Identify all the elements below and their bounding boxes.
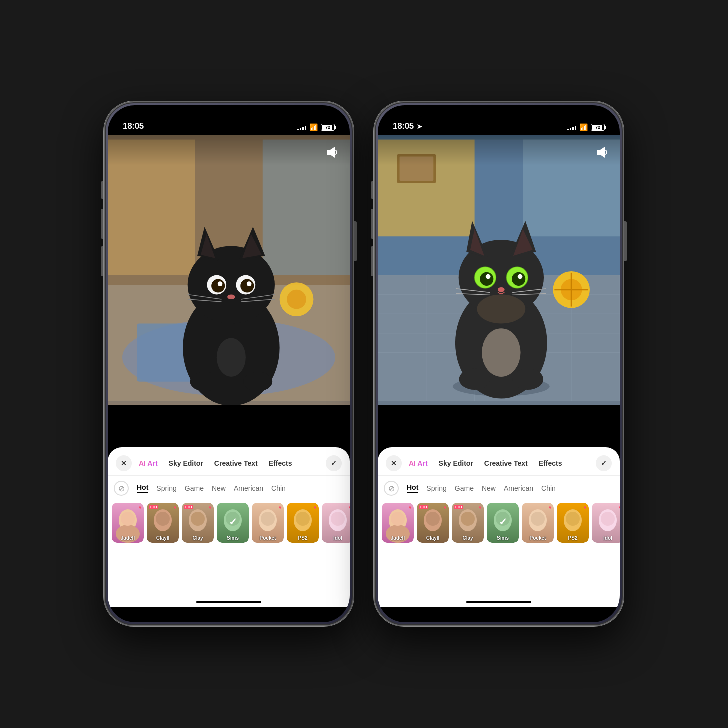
svg-point-26	[244, 372, 272, 392]
filter-no-icon-left[interactable]: ⊘	[114, 481, 129, 496]
thumb-clay-left[interactable]: LTO ♥ Clay	[182, 503, 214, 543]
filter-row-right: ⊘ Hot Spring Game New American Chin	[378, 476, 620, 501]
svg-point-92	[512, 369, 544, 390]
svg-point-104	[461, 512, 475, 526]
tab-sky-editor-right[interactable]: Sky Editor	[435, 458, 478, 470]
thumb-pocket-left[interactable]: ♥ Pocket	[252, 503, 284, 543]
status-icons-left: 📶 72	[298, 124, 335, 132]
signal-bar-2	[300, 128, 302, 130]
thumb-clayii-label-right: ClayII	[417, 536, 449, 541]
thumb-sims-label-right: Sims	[487, 536, 519, 541]
thumb-clayii-heart-right: ♥	[444, 505, 447, 510]
thumb-pocket-heart-right: ♥	[549, 505, 552, 510]
close-icon-right: ✕	[391, 460, 397, 468]
mute-button-left[interactable]	[101, 182, 104, 199]
thumb-pocket-label-left: Pocket	[252, 536, 284, 541]
dynamic-island-left	[199, 112, 259, 130]
signal-left	[298, 124, 306, 130]
thumb-clayii-right[interactable]: LTO ♥ ClayII	[417, 503, 449, 543]
mute-button-right[interactable]	[371, 182, 374, 199]
signal-bar-r1	[568, 129, 569, 130]
bottom-panel-right: ✕ AI Art Sky Editor Creative Text Effect…	[378, 448, 620, 608]
thumb-clayii-left[interactable]: LTO ♥ ClayII	[147, 503, 179, 543]
filter-american-left[interactable]: American	[234, 484, 264, 492]
filter-hot-right[interactable]: Hot	[407, 484, 418, 494]
close-button-right[interactable]: ✕	[386, 456, 402, 472]
location-arrow-right: ➤	[417, 123, 422, 130]
thumb-ps2-heart-right: ♥	[584, 505, 587, 510]
tab-creative-text-right[interactable]: Creative Text	[480, 458, 532, 470]
thumb-jadell-right[interactable]: ♥ Jadell	[382, 503, 414, 543]
volume-down-left[interactable]	[101, 246, 104, 276]
battery-left: 72	[321, 124, 335, 131]
bottom-panel-left: ✕ AI Art Sky Editor Creative Text Effect…	[108, 448, 350, 608]
filter-game-right[interactable]: Game	[455, 484, 474, 492]
svg-point-47	[296, 512, 310, 526]
svg-point-81	[512, 272, 526, 286]
thumb-idol-left[interactable]: ♥ Idol	[322, 503, 350, 543]
check-icon-right: ✓	[601, 460, 607, 468]
filter-chin-right[interactable]: Chin	[542, 484, 556, 492]
thumb-ps2-right[interactable]: ♥ PS2	[557, 503, 589, 543]
thumb-clay-right[interactable]: LTO ♥ Clay	[452, 503, 484, 543]
cat-photo-svg-left	[108, 136, 350, 406]
camera-view-right	[378, 136, 620, 406]
thumb-pocket-right[interactable]: ♥ Pocket	[522, 503, 554, 543]
time-value-right: 18:05	[393, 122, 414, 131]
filter-hot-left[interactable]: Hot	[137, 484, 148, 494]
filter-new-right[interactable]: New	[482, 484, 496, 492]
filter-chin-left[interactable]: Chin	[272, 484, 286, 492]
svg-point-82	[486, 274, 491, 280]
filter-no-icon-right[interactable]: ⊘	[384, 481, 399, 496]
volume-up-left[interactable]	[101, 209, 104, 239]
tab-sky-editor-left[interactable]: Sky Editor	[165, 458, 208, 470]
thumb-ps2-left[interactable]: ♥ PS2	[287, 503, 319, 543]
thumb-sims-right[interactable]: ✓ Sims	[487, 503, 519, 543]
close-button-left[interactable]: ✕	[116, 456, 132, 472]
volume-up-right[interactable]	[371, 209, 374, 239]
tab-effects-right[interactable]: Effects	[535, 458, 566, 470]
dynamic-island-right	[469, 112, 529, 130]
svg-point-72	[482, 328, 520, 377]
cat-image-original	[108, 136, 350, 406]
filter-american-right[interactable]: American	[504, 484, 534, 492]
tab-ai-art-right[interactable]: AI Art	[405, 458, 432, 470]
svg-point-17	[240, 279, 254, 292]
speaker-button-left[interactable]	[326, 146, 340, 162]
volume-down-right[interactable]	[371, 246, 374, 276]
svg-point-32	[121, 512, 135, 526]
power-button-right[interactable]	[624, 222, 627, 262]
svg-point-38	[191, 512, 205, 526]
svg-point-116	[601, 512, 615, 526]
tab-ai-art-left[interactable]: AI Art	[135, 458, 162, 470]
check-button-left[interactable]: ✓	[326, 456, 342, 472]
signal-right	[568, 124, 576, 130]
svg-point-91	[460, 369, 490, 390]
phone-screen-left: 18:05 📶 72	[108, 106, 350, 622]
speaker-button-right[interactable]	[596, 146, 610, 162]
home-indicator-left	[196, 601, 262, 604]
camera-gradient-top-right	[378, 136, 620, 166]
thumb-idol-right[interactable]: ♥ Idol	[592, 503, 620, 543]
camera-view-left	[108, 136, 350, 406]
filter-new-left[interactable]: New	[212, 484, 226, 492]
thumb-clay-heart-left: ♥	[209, 505, 212, 510]
power-button-left[interactable]	[354, 222, 357, 262]
thumb-sims-left[interactable]: ✓ Sims	[217, 503, 249, 543]
cat-photo-svg-right	[378, 136, 620, 406]
svg-point-113	[566, 512, 580, 526]
filter-game-left[interactable]: Game	[185, 484, 204, 492]
tab-creative-text-left[interactable]: Creative Text	[210, 458, 262, 470]
thumb-jadell-left[interactable]: ♥ Jadell	[112, 503, 144, 543]
tab-effects-left[interactable]: Effects	[265, 458, 296, 470]
phone-screen-right: 18:05 ➤ 📶 72	[378, 106, 620, 622]
check-button-right[interactable]: ✓	[596, 456, 612, 472]
filter-spring-left[interactable]: Spring	[156, 484, 176, 492]
thumb-sims-check-left: ✓	[229, 516, 238, 528]
signal-bar-r3	[572, 127, 574, 130]
svg-point-80	[480, 272, 494, 286]
filter-spring-right[interactable]: Spring	[426, 484, 446, 492]
thumb-idol-heart-right: ♥	[619, 505, 620, 510]
wifi-icon-right: 📶	[580, 124, 588, 132]
wifi-icon-left: 📶	[310, 124, 318, 132]
